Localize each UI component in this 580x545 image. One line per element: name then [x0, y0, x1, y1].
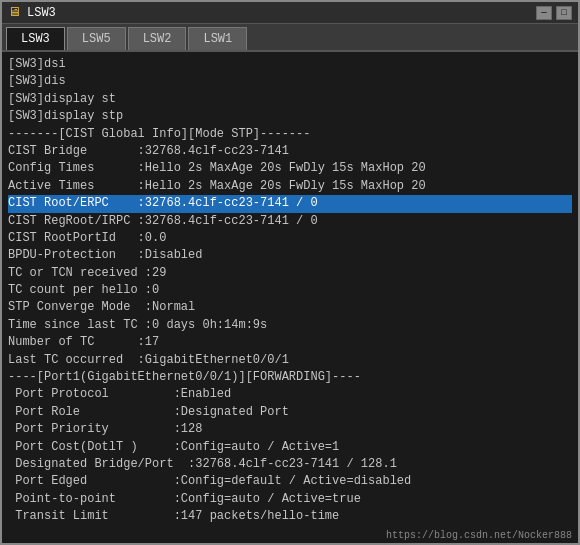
terminal-line: Port Cost(DotlT ) :Config=auto / Active=…	[8, 439, 572, 456]
tab-bar: LSW3 LSW5 LSW2 LSW1	[2, 24, 578, 52]
footer-url: https://blog.csdn.net/Nocker888	[2, 528, 578, 543]
terminal-line: Port Role :Designated Port	[8, 404, 572, 421]
terminal-line: Point-to-point :Config=auto / Active=tru…	[8, 491, 572, 508]
maximize-button[interactable]: □	[556, 6, 572, 20]
terminal-line: STP Converge Mode :Normal	[8, 299, 572, 316]
terminal-line: TC count per hello :0	[8, 282, 572, 299]
terminal-line: Active Times :Hello 2s MaxAge 20s FwDly …	[8, 178, 572, 195]
terminal-line: Port Protocol :Enabled	[8, 386, 572, 403]
main-window: 🖥 LSW3 ─ □ LSW3 LSW5 LSW2 LSW1 [SW3]dsi[…	[0, 0, 580, 545]
terminal-line: BPDU-Protection :Disabled	[8, 247, 572, 264]
terminal-line: Designated Bridge/Port :32768.4clf-cc23-…	[8, 456, 572, 473]
terminal-line: Config Times :Hello 2s MaxAge 20s FwDly …	[8, 160, 572, 177]
terminal-line: [SW3]display st	[8, 91, 572, 108]
terminal-line: Time since last TC :0 days 0h:14m:9s	[8, 317, 572, 334]
tab-lsw5[interactable]: LSW5	[67, 27, 126, 50]
title-bar-left: 🖥 LSW3	[8, 5, 56, 20]
title-bar: 🖥 LSW3 ─ □	[2, 2, 578, 24]
tab-lsw3[interactable]: LSW3	[6, 27, 65, 50]
terminal-line: Port Edged :Config=default / Active=disa…	[8, 473, 572, 490]
terminal-line: Number of TC :17	[8, 334, 572, 351]
terminal-line: CIST RootPortId :0.0	[8, 230, 572, 247]
terminal-line: ----[Port1(GigabitEthernet0/0/1)][FORWAR…	[8, 369, 572, 386]
terminal-line: [SW3]dsi	[8, 56, 572, 73]
terminal-line: CIST RegRoot/IRPC :32768.4clf-cc23-7141 …	[8, 213, 572, 230]
terminal-line: TC or TCN received :29	[8, 265, 572, 282]
window-icon: 🖥	[8, 5, 21, 20]
terminal-line: [SW3]display stp	[8, 108, 572, 125]
minimize-button[interactable]: ─	[536, 6, 552, 20]
window-controls: ─ □	[536, 6, 572, 20]
tab-lsw2[interactable]: LSW2	[128, 27, 187, 50]
terminal-line: [SW3]dis	[8, 73, 572, 90]
terminal-line: CIST Bridge :32768.4clf-cc23-7141	[8, 143, 572, 160]
window-title: LSW3	[27, 6, 56, 20]
terminal-line: Last TC occurred :GigabitEthernet0/0/1	[8, 352, 572, 369]
terminal-output: [SW3]dsi[SW3]dis[SW3]display st[SW3]disp…	[2, 52, 578, 528]
tab-lsw1[interactable]: LSW1	[188, 27, 247, 50]
terminal-line: CIST Root/ERPC :32768.4clf-cc23-7141 / 0	[8, 195, 572, 212]
terminal-line: -------[CIST Global Info][Mode STP]-----…	[8, 126, 572, 143]
terminal-line: Transit Limit :147 packets/hello-time	[8, 508, 572, 525]
terminal-line: Port Priority :128	[8, 421, 572, 438]
